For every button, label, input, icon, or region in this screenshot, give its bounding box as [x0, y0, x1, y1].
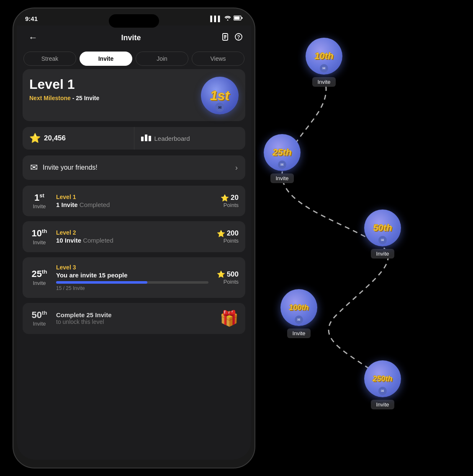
- level-title: Level 1: [29, 77, 99, 92]
- node-badge-10th: 10th ✉: [306, 38, 342, 75]
- milestone-position-2: 10th Invite: [29, 228, 49, 245]
- node-mail-100th: ✉: [295, 316, 303, 324]
- milestone-details-3: Level 3 You are invite 15 people 15 / 25…: [56, 264, 208, 291]
- points-star-2: ⭐: [217, 230, 225, 238]
- help-icon[interactable]: ?: [234, 33, 243, 43]
- path-area: 10th ✉ Invite 25th ✉ Invite 50th ✉ Invit…: [255, 0, 473, 476]
- milestone-num-2: 10th: [29, 228, 49, 239]
- header-title: Invite: [121, 34, 141, 42]
- node-label-10th: Invite: [312, 77, 335, 87]
- milestone-position-3: 25th Invite: [29, 269, 49, 286]
- milestone-level-3: Level 3: [56, 264, 208, 271]
- path-node-100th: 100th ✉ Invite: [280, 289, 317, 338]
- invite-text: Invite your friends!: [43, 164, 98, 171]
- milestone-num-3: 25th: [29, 269, 49, 279]
- milestone-num-4: 50th: [29, 310, 49, 321]
- milestone-invite-label-2: Invite: [29, 239, 49, 246]
- doc-icon[interactable]: [221, 33, 229, 43]
- path-node-10th: 10th ✉ Invite: [306, 38, 342, 87]
- node-label-250th: Invite: [371, 400, 394, 409]
- milestone-invite-label-1: Invite: [29, 203, 49, 210]
- tab-streak[interactable]: Streak: [23, 52, 76, 66]
- path-node-50th: 50th ✉ Invite: [364, 210, 401, 259]
- envelope-icon: ✉: [30, 162, 38, 173]
- wifi-icon: [224, 16, 231, 22]
- star-stat-icon: ⭐: [29, 133, 41, 144]
- node-label-25th: Invite: [270, 173, 293, 183]
- points-num-3: 500: [227, 270, 239, 279]
- node-badge-250th: 250th ✉: [364, 360, 401, 397]
- svg-rect-10: [145, 135, 147, 141]
- node-badge-text-100th: 100th: [289, 304, 308, 311]
- milestone-desc-4: Complete 25 Invite to unlock this level: [56, 311, 213, 325]
- leaderboard-label: Leaderboard: [154, 135, 190, 142]
- level-card: Level 1 Next Milestone - 25 Invite 1st ✉: [23, 69, 245, 121]
- milestone-card-1: 1st Invite Level 1 1 Invite Completed ⭐ …: [23, 186, 245, 216]
- locked-line2: to unlock this level: [56, 318, 213, 325]
- svg-rect-12: [149, 136, 151, 141]
- milestone-value: - 25 Invite: [72, 95, 100, 101]
- milestone-desc-3: You are invite 15 people: [56, 272, 208, 279]
- rank-badge: 1st ✉: [201, 77, 239, 114]
- path-node-25th: 25th ✉ Invite: [264, 134, 301, 183]
- milestone-desc-2: 10 Invite Completed: [56, 237, 208, 244]
- svg-rect-2: [234, 17, 240, 20]
- gift-icon: 🎁: [220, 310, 239, 327]
- svg-text:?: ?: [237, 34, 240, 40]
- level-milestone: Next Milestone - 25 Invite: [29, 95, 99, 101]
- back-button[interactable]: ←: [25, 31, 41, 45]
- svg-rect-11: [141, 137, 144, 141]
- path-node-250th: 250th ✉ Invite: [364, 360, 401, 409]
- points-label-3: Points: [215, 279, 239, 285]
- invite-friends-banner[interactable]: ✉ Invite your friends! ›: [23, 155, 245, 180]
- battery-icon: [234, 16, 243, 22]
- milestone-details-2: Level 2 10 Invite Completed: [56, 229, 208, 244]
- points-num-1: 20: [231, 194, 239, 202]
- status-icons: ▌▌▌: [210, 16, 243, 22]
- header: ← Invite ?: [17, 26, 251, 48]
- milestone-num-1: 1st: [29, 192, 49, 203]
- node-mail-50th: ✉: [378, 236, 387, 244]
- level-info: Level 1 Next Milestone - 25 Invite: [29, 77, 99, 101]
- tab-join[interactable]: Join: [136, 52, 188, 66]
- milestone-position-1: 1st Invite: [29, 192, 49, 210]
- progress-bar-fill: [56, 281, 147, 284]
- leaderboard-icon: [141, 133, 151, 144]
- milestone-level-2: Level 2: [56, 229, 208, 236]
- leaderboard-stat[interactable]: Leaderboard: [134, 127, 246, 150]
- screen: ← Invite ?: [17, 26, 251, 460]
- node-badge-25th: 25th ✉: [264, 134, 301, 171]
- node-mail-250th: ✉: [378, 387, 387, 395]
- tab-views[interactable]: Views: [192, 52, 244, 66]
- phone-frame: 9:41 ▌▌▌ ← Invite: [13, 8, 255, 468]
- status-time: 9:41: [25, 15, 38, 22]
- milestone-invite-label-4: Invite: [29, 321, 49, 327]
- points-label-1: Points: [215, 202, 239, 208]
- node-badge-100th: 100th ✉: [280, 289, 317, 326]
- scroll-area[interactable]: Level 1 Next Milestone - 25 Invite 1st ✉…: [17, 69, 251, 460]
- invite-arrow-icon: ›: [235, 163, 238, 172]
- node-badge-text-250th: 250th: [373, 375, 392, 383]
- milestone-card-3: 25th Invite Level 3 You are invite 15 pe…: [23, 257, 245, 298]
- progress-bar-container: [56, 281, 208, 284]
- node-badge-text-50th: 50th: [373, 223, 392, 233]
- milestone-points-3: ⭐ 500 Points: [215, 270, 239, 285]
- milestone-desc-1: 1 Invite Completed: [56, 201, 208, 208]
- points-value: 20,456: [44, 134, 66, 142]
- node-mail-25th: ✉: [278, 160, 286, 169]
- header-icons: ?: [221, 33, 243, 43]
- node-mail-10th: ✉: [320, 64, 328, 72]
- milestone-card-2: 10th Invite Level 2 10 Invite Completed …: [23, 221, 245, 252]
- points-stat: ⭐ 20,456: [23, 127, 134, 150]
- signal-icon: ▌▌▌: [210, 16, 222, 22]
- progress-text: 15 / 25 Invite: [56, 285, 208, 291]
- dynamic-island: [109, 14, 159, 28]
- tab-invite[interactable]: Invite: [80, 52, 132, 66]
- locked-line1: Complete 25 Invite: [56, 311, 112, 318]
- rank-badge-text: 1st: [210, 88, 229, 103]
- node-badge-50th: 50th ✉: [364, 210, 401, 246]
- tab-bar: Streak Invite Join Views: [17, 48, 251, 69]
- milestone-label: Next Milestone: [29, 95, 71, 101]
- points-label-2: Points: [215, 238, 239, 244]
- svg-point-0: [227, 20, 229, 21]
